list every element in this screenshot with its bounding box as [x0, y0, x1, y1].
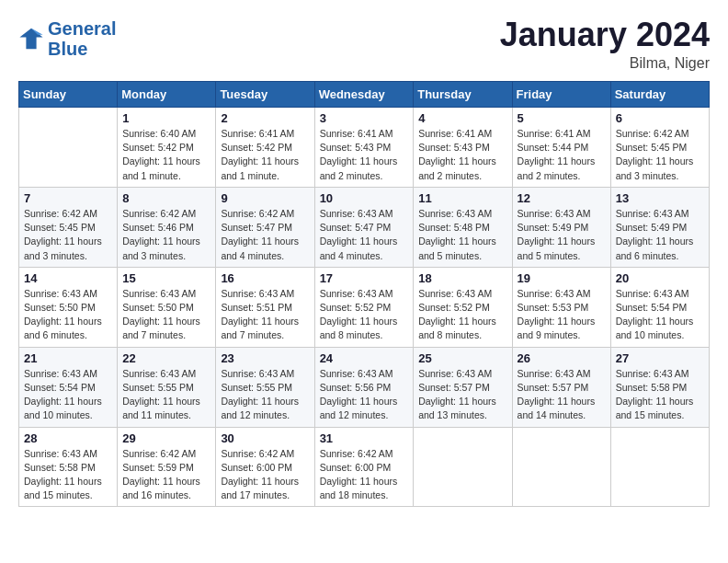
- day-info: Sunrise: 6:43 AMSunset: 5:57 PMDaylight:…: [518, 367, 606, 423]
- calendar-title: January 2024: [500, 18, 710, 52]
- day-info: Sunrise: 6:43 AMSunset: 5:51 PMDaylight:…: [221, 287, 309, 343]
- calendar-cell: 2Sunrise: 6:41 AMSunset: 5:42 PMDaylight…: [216, 108, 314, 188]
- calendar-week-row: 1Sunrise: 6:40 AMSunset: 5:42 PMDaylight…: [19, 108, 710, 188]
- day-number: 13: [616, 191, 704, 205]
- day-number: 23: [221, 351, 309, 365]
- calendar-cell: 24Sunrise: 6:43 AMSunset: 5:56 PMDayligh…: [314, 347, 414, 427]
- day-number: 20: [616, 271, 704, 285]
- day-info: Sunrise: 6:43 AMSunset: 5:56 PMDaylight:…: [320, 367, 409, 423]
- day-number: 8: [122, 191, 210, 205]
- day-info: Sunrise: 6:43 AMSunset: 5:50 PMDaylight:…: [122, 287, 210, 343]
- calendar-cell: 28Sunrise: 6:43 AMSunset: 5:58 PMDayligh…: [19, 427, 118, 507]
- day-info: Sunrise: 6:43 AMSunset: 5:58 PMDaylight:…: [24, 447, 112, 503]
- day-number: 14: [24, 271, 112, 285]
- calendar-subtitle: Bilma, Niger: [500, 55, 710, 72]
- calendar-cell: [414, 427, 512, 507]
- day-info: Sunrise: 6:41 AMSunset: 5:43 PMDaylight:…: [320, 127, 409, 183]
- day-number: 28: [24, 431, 112, 445]
- day-info: Sunrise: 6:43 AMSunset: 5:52 PMDaylight:…: [320, 287, 409, 343]
- calendar-cell: 4Sunrise: 6:41 AMSunset: 5:43 PMDaylight…: [414, 108, 512, 188]
- day-info: Sunrise: 6:41 AMSunset: 5:42 PMDaylight:…: [221, 127, 309, 183]
- day-number: 6: [616, 111, 704, 125]
- weekday-header-sunday: Sunday: [19, 82, 118, 108]
- day-number: 27: [616, 351, 704, 365]
- day-number: 15: [122, 271, 210, 285]
- day-number: 25: [418, 351, 506, 365]
- day-info: Sunrise: 6:40 AMSunset: 5:42 PMDaylight:…: [122, 127, 210, 183]
- calendar-cell: 1Sunrise: 6:40 AMSunset: 5:42 PMDaylight…: [118, 108, 216, 188]
- logo-bird-icon: [18, 26, 44, 52]
- day-number: 5: [518, 111, 606, 125]
- weekday-header-friday: Friday: [512, 82, 610, 108]
- calendar-cell: 20Sunrise: 6:43 AMSunset: 5:54 PMDayligh…: [610, 267, 709, 347]
- svg-marker-0: [19, 29, 42, 49]
- day-number: 2: [221, 111, 309, 125]
- day-number: 22: [122, 351, 210, 365]
- day-number: 3: [320, 111, 409, 125]
- weekday-header-row: SundayMondayTuesdayWednesdayThursdayFrid…: [19, 82, 710, 108]
- weekday-header-saturday: Saturday: [610, 82, 709, 108]
- logo: General Blue: [18, 18, 116, 59]
- weekday-header-tuesday: Tuesday: [216, 82, 314, 108]
- day-info: Sunrise: 6:42 AMSunset: 5:59 PMDaylight:…: [122, 447, 210, 503]
- calendar-cell: 21Sunrise: 6:43 AMSunset: 5:54 PMDayligh…: [19, 347, 118, 427]
- calendar-cell: 9Sunrise: 6:42 AMSunset: 5:47 PMDaylight…: [216, 187, 314, 267]
- calendar-cell: 6Sunrise: 6:42 AMSunset: 5:45 PMDaylight…: [610, 108, 709, 188]
- day-info: Sunrise: 6:43 AMSunset: 5:57 PMDaylight:…: [418, 367, 506, 423]
- calendar-cell: 17Sunrise: 6:43 AMSunset: 5:52 PMDayligh…: [314, 267, 414, 347]
- calendar-cell: [512, 427, 610, 507]
- day-number: 30: [221, 431, 309, 445]
- day-info: Sunrise: 6:43 AMSunset: 5:48 PMDaylight:…: [418, 207, 506, 263]
- weekday-header-monday: Monday: [118, 82, 216, 108]
- day-info: Sunrise: 6:43 AMSunset: 5:49 PMDaylight:…: [518, 207, 606, 263]
- calendar-cell: 15Sunrise: 6:43 AMSunset: 5:50 PMDayligh…: [118, 267, 216, 347]
- day-info: Sunrise: 6:43 AMSunset: 5:58 PMDaylight:…: [616, 367, 704, 423]
- day-info: Sunrise: 6:42 AMSunset: 5:47 PMDaylight:…: [221, 207, 309, 263]
- calendar-cell: 13Sunrise: 6:43 AMSunset: 5:49 PMDayligh…: [610, 187, 709, 267]
- title-block: January 2024 Bilma, Niger: [500, 18, 710, 72]
- day-info: Sunrise: 6:42 AMSunset: 6:00 PMDaylight:…: [221, 447, 309, 503]
- calendar-cell: 12Sunrise: 6:43 AMSunset: 5:49 PMDayligh…: [512, 187, 610, 267]
- calendar-cell: 30Sunrise: 6:42 AMSunset: 6:00 PMDayligh…: [216, 427, 314, 507]
- day-info: Sunrise: 6:43 AMSunset: 5:55 PMDaylight:…: [221, 367, 309, 423]
- day-info: Sunrise: 6:43 AMSunset: 5:54 PMDaylight:…: [24, 367, 112, 423]
- calendar-cell: [19, 108, 118, 188]
- day-info: Sunrise: 6:43 AMSunset: 5:49 PMDaylight:…: [616, 207, 704, 263]
- calendar-cell: 11Sunrise: 6:43 AMSunset: 5:48 PMDayligh…: [414, 187, 512, 267]
- day-info: Sunrise: 6:43 AMSunset: 5:52 PMDaylight:…: [418, 287, 506, 343]
- day-number: 10: [320, 191, 409, 205]
- day-number: 9: [221, 191, 309, 205]
- day-number: 21: [24, 351, 112, 365]
- calendar-cell: 14Sunrise: 6:43 AMSunset: 5:50 PMDayligh…: [19, 267, 118, 347]
- calendar-cell: 19Sunrise: 6:43 AMSunset: 5:53 PMDayligh…: [512, 267, 610, 347]
- day-number: 29: [122, 431, 210, 445]
- calendar-cell: 7Sunrise: 6:42 AMSunset: 5:45 PMDaylight…: [19, 187, 118, 267]
- day-number: 19: [518, 271, 606, 285]
- calendar-cell: 10Sunrise: 6:43 AMSunset: 5:47 PMDayligh…: [314, 187, 414, 267]
- day-number: 12: [518, 191, 606, 205]
- calendar-cell: 22Sunrise: 6:43 AMSunset: 5:55 PMDayligh…: [118, 347, 216, 427]
- calendar-week-row: 7Sunrise: 6:42 AMSunset: 5:45 PMDaylight…: [19, 187, 710, 267]
- day-info: Sunrise: 6:41 AMSunset: 5:44 PMDaylight:…: [518, 127, 606, 183]
- calendar-cell: 31Sunrise: 6:42 AMSunset: 6:00 PMDayligh…: [314, 427, 414, 507]
- day-number: 24: [320, 351, 409, 365]
- day-number: 17: [320, 271, 409, 285]
- calendar-table: SundayMondayTuesdayWednesdayThursdayFrid…: [18, 81, 710, 507]
- day-number: 7: [24, 191, 112, 205]
- day-number: 11: [418, 191, 506, 205]
- calendar-cell: 29Sunrise: 6:42 AMSunset: 5:59 PMDayligh…: [118, 427, 216, 507]
- calendar-cell: 5Sunrise: 6:41 AMSunset: 5:44 PMDaylight…: [512, 108, 610, 188]
- weekday-header-wednesday: Wednesday: [314, 82, 414, 108]
- day-info: Sunrise: 6:43 AMSunset: 5:53 PMDaylight:…: [518, 287, 606, 343]
- day-number: 16: [221, 271, 309, 285]
- day-info: Sunrise: 6:42 AMSunset: 5:46 PMDaylight:…: [122, 207, 210, 263]
- day-number: 26: [518, 351, 606, 365]
- calendar-week-row: 21Sunrise: 6:43 AMSunset: 5:54 PMDayligh…: [19, 347, 710, 427]
- day-info: Sunrise: 6:42 AMSunset: 5:45 PMDaylight:…: [616, 127, 704, 183]
- calendar-cell: 8Sunrise: 6:42 AMSunset: 5:46 PMDaylight…: [118, 187, 216, 267]
- day-info: Sunrise: 6:43 AMSunset: 5:50 PMDaylight:…: [24, 287, 112, 343]
- calendar-cell: 18Sunrise: 6:43 AMSunset: 5:52 PMDayligh…: [414, 267, 512, 347]
- calendar-cell: 26Sunrise: 6:43 AMSunset: 5:57 PMDayligh…: [512, 347, 610, 427]
- calendar-week-row: 14Sunrise: 6:43 AMSunset: 5:50 PMDayligh…: [19, 267, 710, 347]
- calendar-cell: [610, 427, 709, 507]
